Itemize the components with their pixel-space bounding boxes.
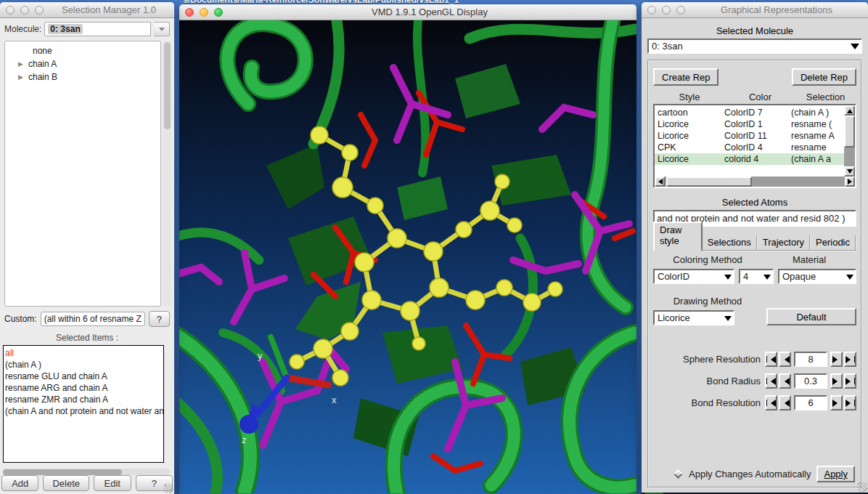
decrement-fast-button[interactable] [765,352,777,367]
increment-fast-button[interactable] [844,352,856,367]
molecule-label: Molecule: [4,24,41,34]
chevron-down-icon [159,28,165,34]
disclosure-triangle-icon[interactable]: ▶ [18,57,28,70]
resize-grip[interactable] [858,482,867,492]
delete-button[interactable]: Delete [43,475,89,491]
apply-auto-checkbox[interactable] [673,469,683,479]
selected-atoms-label: Selected Atoms [653,197,856,208]
rep-listbox[interactable]: cartoonColorID 7(chain A ) LicoriceColor… [655,105,855,177]
close-button[interactable] [647,6,656,15]
custom-row: Custom: (all within 6 of resname Z ? [0,307,174,328]
create-rep-button[interactable]: Create Rep [653,68,718,86]
scrollbar-thumb[interactable] [844,116,855,147]
close-button[interactable] [6,6,15,15]
list-item[interactable]: (chain A ) [5,359,163,370]
tree-item-chain-b[interactable]: ▶ chain B [5,70,160,84]
drawing-method-combobox[interactable]: Licorice [653,310,734,325]
drawing-method-label: Drawing Method [653,296,762,307]
coloring-method-label: Coloring Method [653,254,762,265]
selection-tree[interactable]: none ▶ chain A ▶ chain B [4,41,161,307]
list-item[interactable]: resname GLU and chain A [5,370,163,382]
rep-row[interactable]: cartoonColorID 7(chain A ) [655,107,844,118]
scroll-left-button[interactable] [655,177,665,187]
tab-selections[interactable]: Selections [703,235,758,250]
decrement-button[interactable] [779,352,791,367]
list-item[interactable]: resname ARG and chain A [5,382,163,394]
rep-buttons-row: Create Rep Delete Rep [653,68,856,86]
tab-periodic[interactable]: Periodic [811,235,856,250]
vmd-titlebar[interactable]: VMD 1.9.1 OpenGL Display [179,4,636,20]
increment-button[interactable] [830,373,843,389]
method-labels-row: Coloring Method Material [653,254,856,265]
bond-radius-value[interactable]: 0.3 [794,373,827,389]
representations-frame: Create Rep Delete Rep Style Color Select… [647,60,862,488]
list-item[interactable]: (chain A and not protein and not water a… [5,405,163,417]
coloring-method-combobox[interactable]: ColorID [653,269,734,284]
rep-row[interactable]: LicoriceColorID 1resname ( [655,118,844,130]
decrement-button[interactable] [779,373,791,389]
rep-vertical-scrollbar[interactable] [844,105,855,177]
graphical-representations-titlebar[interactable]: Graphical Representations [642,2,868,18]
minimize-button[interactable] [200,8,208,17]
bond-resolution-value[interactable]: 6 [794,395,827,410]
selection-manager-window: Selection Manager 1.0 Molecule: 0: 3san … [0,2,174,494]
tab-trajectory[interactable]: Trajectory [758,235,811,250]
molecule-combobox-arrow[interactable] [154,22,170,36]
rep-row[interactable]: LicoriceColorID 11resname A [655,130,844,142]
decrement-fast-button[interactable] [765,373,777,389]
material-combobox[interactable]: Opaque [778,269,856,284]
decrement-fast-button[interactable] [765,395,777,410]
tree-item-none[interactable]: none [5,44,160,57]
resize-grip[interactable] [164,484,173,493]
selection-manager-titlebar[interactable]: Selection Manager 1.0 [0,2,174,18]
tab-draw-style[interactable]: Draw style [653,222,703,251]
axis-label-y: y [258,350,263,361]
delete-rep-button[interactable]: Delete Rep [792,68,856,86]
rep-row-selected[interactable]: Licoricecolorid 4(chain A a [655,153,844,165]
selected-items-list[interactable]: all (chain A ) resname GLU and chain A r… [3,345,164,463]
graphical-representations-window: Graphical Representations Selected Molec… [642,2,868,493]
horizontal-scrollbar[interactable] [3,469,170,475]
scrollbar-thumb[interactable] [3,469,122,475]
add-button[interactable]: Add [1,475,38,491]
edit-button[interactable]: Edit [94,475,131,491]
increment-button[interactable] [830,352,843,367]
list-item[interactable]: resname ZMR and chain A [5,394,163,405]
sphere-resolution-value[interactable]: 8 [794,352,827,367]
zoom-button[interactable] [676,6,685,15]
selected-molecule-combobox[interactable]: 0: 3san [647,39,862,54]
default-button[interactable]: Default [766,308,856,325]
scrollbar-thumb[interactable] [164,42,171,129]
scroll-up-button[interactable] [844,105,855,116]
window-title: Selection Manager 1.0 [49,4,168,15]
window-title: Graphical Representations [691,4,862,15]
molecule-combobox[interactable]: 0: 3san [44,22,151,36]
opengl-viewport[interactable]: y x z [179,20,636,493]
zoom-button[interactable] [214,8,223,17]
custom-selection-input[interactable]: (all within 6 of resname Z [41,312,145,326]
color-column-header: Color [726,92,795,102]
rep-horizontal-scrollbar[interactable] [655,177,855,187]
zoom-button[interactable] [35,6,44,15]
chevron-down-icon [724,316,732,325]
close-button[interactable] [185,8,194,17]
decrement-button[interactable] [779,395,791,410]
scroll-down-button[interactable] [844,166,855,177]
minimize-button[interactable] [662,6,671,15]
list-item[interactable]: all [5,347,163,359]
chevron-down-icon [851,44,859,54]
scroll-right-button[interactable] [845,177,855,187]
increment-fast-button[interactable] [844,373,856,389]
scrollbar-thumb[interactable] [666,177,752,187]
minimize-button[interactable] [20,6,29,15]
tree-item-chain-a[interactable]: ▶ chain A [5,57,160,70]
color-id-combobox[interactable]: 4 [739,269,774,284]
custom-help-button[interactable]: ? [149,311,170,327]
bar-icon [854,356,855,363]
increment-fast-button[interactable] [844,395,856,410]
increment-button[interactable] [830,395,843,410]
apply-button[interactable]: Apply [816,466,855,482]
disclosure-triangle-icon[interactable]: ▶ [18,70,28,84]
tree-scrollbar[interactable] [163,41,171,307]
rep-row[interactable]: CPKColorID 4 resname [655,142,844,153]
